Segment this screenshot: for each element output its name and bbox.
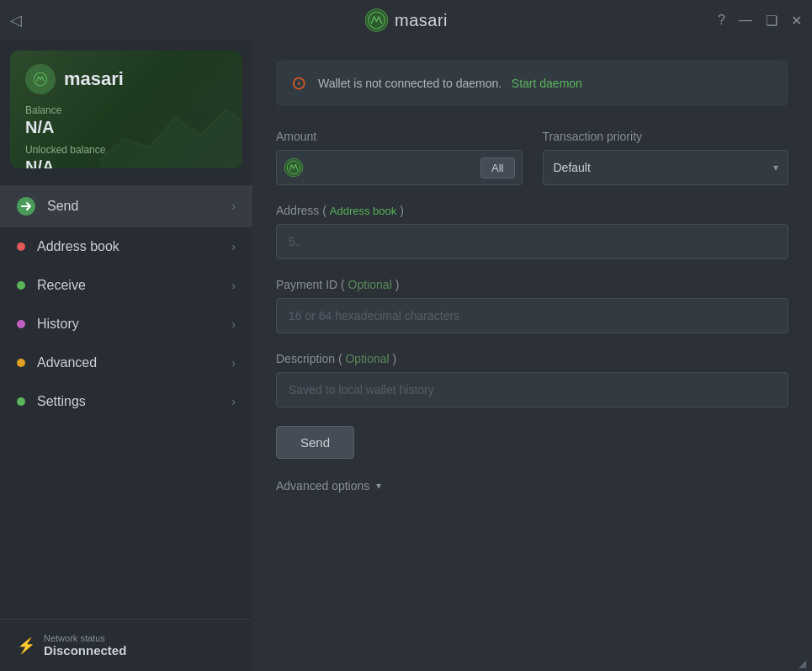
wallet-card: masari Balance N/A Unlocked balance N/A (10, 51, 242, 168)
amount-label: Amount (276, 130, 523, 143)
history-dot (17, 320, 25, 328)
description-label: Description ( Optional ) (276, 352, 788, 365)
priority-select[interactable]: Default Slow Normal Fast Fastest (543, 150, 789, 185)
send-chevron-icon: › (231, 200, 236, 213)
advanced-label: Advanced (37, 355, 231, 370)
sidebar-item-settings[interactable]: Settings › (0, 382, 252, 421)
sidebar-item-advanced[interactable]: Advanced › (0, 343, 252, 382)
app-title: masari (395, 11, 448, 30)
settings-dot (17, 397, 25, 406)
sidebar-item-history[interactable]: History › (0, 305, 252, 343)
minimize-button[interactable]: — (739, 13, 752, 28)
start-daemon-link[interactable]: Start daemon (512, 77, 582, 90)
address-book-link[interactable]: Address book (330, 205, 397, 217)
history-label: History (37, 317, 231, 332)
address-input[interactable] (276, 224, 788, 259)
payment-id-input[interactable] (276, 298, 788, 333)
description-input[interactable] (276, 372, 788, 407)
nav-section: Send › Address book › Receive › History … (0, 178, 252, 619)
receive-dot (17, 281, 25, 290)
advanced-options-label: Advanced options (276, 479, 369, 493)
amount-logo-icon (284, 157, 304, 178)
amount-input-wrapper: All (276, 150, 523, 185)
history-chevron-icon: › (231, 317, 236, 331)
settings-chevron-icon: › (231, 395, 236, 408)
back-button[interactable]: ◁ (10, 11, 22, 29)
sidebar-item-send[interactable]: Send › (0, 185, 252, 227)
lightning-icon: ⚡ (17, 636, 35, 655)
maximize-button[interactable]: ❑ (766, 13, 778, 29)
receive-label: Receive (37, 278, 231, 293)
settings-label: Settings (37, 394, 231, 409)
sidebar-item-receive[interactable]: Receive › (0, 266, 252, 305)
receive-chevron-icon: › (231, 279, 236, 292)
app-logo (364, 8, 388, 32)
priority-group: Transaction priority Default Slow Normal… (543, 130, 789, 185)
advanced-options-toggle[interactable]: Advanced options ▾ (276, 479, 788, 493)
address-group: Address ( Address book ) (276, 204, 788, 259)
address-book-chevron-icon: › (231, 240, 236, 253)
amount-group: Amount All (276, 130, 523, 185)
wallet-logo (25, 64, 56, 94)
payment-id-label: Payment ID ( Optional ) (276, 278, 788, 291)
all-button[interactable]: All (480, 157, 514, 178)
sidebar-item-address-book[interactable]: Address book › (0, 227, 252, 266)
resize-handle[interactable]: ◢ (799, 658, 812, 671)
close-button[interactable]: ✕ (791, 13, 802, 29)
send-button[interactable]: Send (276, 426, 354, 459)
send-arrow-icon (17, 197, 35, 216)
payment-id-group: Payment ID ( Optional ) (276, 278, 788, 333)
network-label: Network status (44, 633, 126, 643)
wallet-name: masari (64, 68, 124, 90)
advanced-options-chevron-icon: ▾ (376, 480, 381, 492)
send-label: Send (47, 199, 231, 214)
address-book-dot (17, 242, 25, 251)
network-value: Disconnected (44, 643, 126, 658)
advanced-dot (17, 359, 25, 367)
warning-text: Wallet is not connected to daemon. Start… (318, 77, 582, 90)
address-label: Address ( Address book ) (276, 204, 788, 217)
network-status: ⚡ Network status Disconnected (0, 619, 252, 671)
priority-label: Transaction priority (543, 130, 789, 143)
amount-priority-row: Amount All Transaction priority Default (276, 130, 788, 185)
address-book-label: Address book (37, 239, 231, 254)
warning-banner: ⊙ Wallet is not connected to daemon. Sta… (276, 61, 788, 106)
titlebar: ◁ masari ? — ❑ ✕ (0, 0, 812, 40)
amount-input[interactable] (310, 161, 480, 174)
warning-icon: ⊙ (291, 72, 306, 94)
advanced-chevron-icon: › (231, 356, 236, 370)
wallet-bg-chart (99, 93, 242, 168)
help-button[interactable]: ? (718, 13, 725, 28)
description-group: Description ( Optional ) (276, 352, 788, 407)
sidebar: masari Balance N/A Unlocked balance N/A … (0, 40, 252, 671)
content-area: ⊙ Wallet is not connected to daemon. Sta… (252, 40, 812, 671)
priority-select-wrapper: Default Slow Normal Fast Fastest ▾ (543, 150, 789, 185)
